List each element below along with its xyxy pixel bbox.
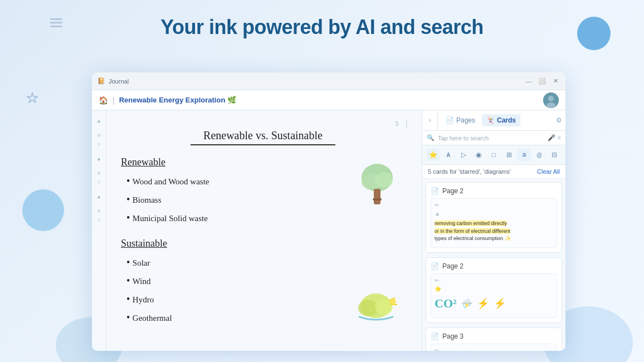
filter-at[interactable]: @ [533,149,546,161]
bullet-hydro: Hydro [126,292,321,307]
sustainable-heading: Sustainable [121,238,321,250]
highlight-2: or in the form of electrical different [435,228,510,234]
sections-container: Renewable Wood and Wood waste Biomass Mu… [115,156,411,337]
menu-icon-2[interactable]: ≡ [97,170,100,176]
notebook-with-icons: ▲ ≡ ☆ ▲ ≡ ☆ ▲ ≡ ☆ [92,110,422,351]
app-icon: 📔 [97,77,105,85]
svg-rect-10 [373,198,382,200]
card-3-page-label: Page 3 [442,332,464,340]
nav-up-icon-2[interactable]: ▲ [96,156,101,162]
cloud-icon: ⛈️ [461,298,472,309]
sustainable-list: Solar Wind Hydro Geothermal [126,255,321,325]
menu-icon-3[interactable]: ≡ [97,208,100,214]
bullet-solar: Solar [126,255,321,270]
right-panel: › 📄 Pages 🃏 Cards ⚙ [422,110,565,351]
filter-icon[interactable]: ≡ [558,134,561,141]
page-title: Your ink powered by AI and search [0,16,644,39]
minimize-button[interactable]: — [524,77,533,86]
tab-pages[interactable]: 📄 Pages [441,114,480,126]
clear-all-button[interactable]: Clear All [537,168,560,175]
card-2-page-icon: 📄 [431,262,439,270]
svg-point-4 [548,96,554,101]
filter-play[interactable]: ▷ [457,149,470,161]
card-2-page-label: Page 2 [442,262,464,270]
card-2-row-2: ⭐ [435,286,553,292]
panel-expand-button[interactable]: › [422,110,438,130]
star-icon-small-3[interactable]: ☆ [97,217,101,223]
tab-cards[interactable]: 🃏 Cards [482,114,520,126]
card-1-nav-icon: ▲ [435,211,440,217]
page-illustrations [327,156,411,337]
search-icon: 🔍 [427,134,435,141]
bullet-wood: Wood and Wood waste [126,174,321,189]
card-3-pencil-icon: ✏ [435,348,439,351]
page-number: 3 [395,120,398,127]
filter-list[interactable]: ≡ [518,149,530,161]
filter-starred[interactable]: ⭐ [427,149,440,161]
nav-bar: 🏠 | Renewable Energy Exploration 🌿 [92,90,565,110]
main-content: ▲ ≡ ☆ ▲ ≡ ☆ ▲ ≡ ☆ [92,110,565,351]
sun-illustration [355,282,399,326]
card-2-content: ✏ ⭐ CO² ⛈️ ⚡ ⚡ [431,273,557,318]
star-icon-small[interactable]: ☆ [97,141,101,147]
co2-display: CO² ⛈️ ⚡ ⚡ [435,294,553,313]
nav-up-icon[interactable]: ▲ [96,118,101,124]
card-2-header: 📄 Page 2 [431,262,557,270]
icon-group-2: ≡ ☆ [97,128,101,151]
svg-point-8 [375,172,393,188]
card-1-page-label: Page 2 [442,187,464,195]
card-2-row-1: ✏ [435,277,553,283]
card-1-row-1: ✏ [435,202,553,208]
page-menu-icon[interactable]: ⋮ [403,119,411,128]
card-1-pencil-icon: ✏ [435,202,439,208]
card-item-2: 📄 Page 2 ✏ ⭐ CO² ⛈️ [426,257,562,323]
filter-icons-row: ⭐ A ▷ ◉ □ ⊞ ≡ @ ⊟ [422,145,565,165]
notebook-icons-col: ▲ ≡ ☆ ▲ ≡ ☆ ▲ ≡ ☆ [92,110,106,351]
cards-tab-icon: 🃏 [486,116,495,124]
search-bar: 🔍 Tap here to search 🎤 ≡ [422,131,565,145]
voice-icon[interactable]: 🎤 [548,134,555,141]
results-text: 5 cards for 'starred', 'diagrams' [428,168,511,175]
breadcrumb-separator: | [113,96,115,105]
star-icon-small-2[interactable]: ☆ [97,179,101,185]
card-1-row-2: ▲ [435,211,553,217]
page-title-text: Renewable vs. Sustainable [115,129,411,142]
card-item-1: 📄 Page 2 ✏ ▲ remo [426,182,562,253]
filter-table[interactable]: ⊟ [548,149,561,161]
svg-point-5 [547,102,555,108]
notebook-content-area: 3 ⋮ Renewable vs. Sustainable Renewable … [106,110,422,351]
filter-text[interactable]: A [442,149,455,161]
menu-icon[interactable]: ≡ [97,133,100,138]
card-2-pencil-icon: ✏ [435,277,439,283]
card-3-content: ✏ ▲ Renewable: • Wood and Wood waste [431,344,557,351]
maximize-button[interactable]: ⬜ [538,77,547,86]
page-header-row: 3 ⋮ [115,119,411,128]
results-info: 5 cards for 'starred', 'diagrams' Clear … [422,165,565,179]
sidebar-star-icon[interactable] [27,92,38,106]
filter-image[interactable]: ⊞ [502,149,515,161]
app-name: Journal [109,78,524,85]
filter-page[interactable]: □ [487,149,500,161]
panel-settings-icon[interactable]: ⚙ [556,116,562,124]
search-extra-icons: 🎤 ≡ [548,134,561,141]
tab-pages-label: Pages [456,116,475,124]
home-icon[interactable]: 🏠 [99,96,108,105]
svg-point-16 [389,299,396,305]
bg-circle-left [22,189,64,231]
card-2-star-icon: ⭐ [435,286,441,292]
icon-group-4: ≡ ☆ [97,166,101,189]
close-button[interactable]: ✕ [551,77,560,86]
nav-up-icon-3[interactable]: ▲ [96,194,101,199]
card-3-page-icon: 📄 [431,332,439,340]
card-3-left: ✏ ▲ Renewable: • Wood and Wood waste [435,348,526,351]
sidebar-panel: › 📄 Pages 🃏 Cards ⚙ [422,110,565,351]
renewable-list: Wood and Wood waste Biomass Municipal So… [126,174,321,226]
filter-circle[interactable]: ◉ [472,149,485,161]
lightning-2: ⚡ [494,297,506,310]
icon-group-5: ▲ [96,189,101,204]
page-text-area: Renewable Wood and Wood waste Biomass Mu… [115,156,327,337]
page-header: Your ink powered by AI and search [0,0,644,39]
avatar[interactable] [543,92,559,108]
card-3-header: 📄 Page 3 [431,332,557,340]
search-input[interactable]: Tap here to search [438,135,544,141]
